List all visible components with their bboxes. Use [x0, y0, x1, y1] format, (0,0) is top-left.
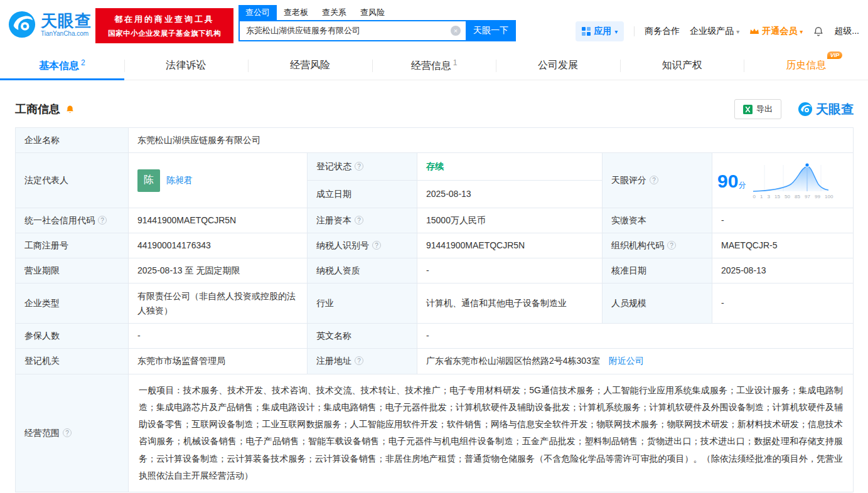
tab-legal-proceedings-label: 法律诉讼 [166, 60, 206, 70]
apps-menu[interactable]: 应用 ▾ [576, 21, 624, 41]
help-icon[interactable]: ? [372, 241, 381, 250]
business-cooperation-link[interactable]: 商务合作 [645, 26, 680, 37]
reg-capital-label: 注册资本? [308, 208, 417, 233]
org-code-label: 组织机构代码? [603, 233, 712, 258]
notification-bell-icon[interactable] [813, 26, 824, 37]
help-icon[interactable]: ? [355, 216, 363, 225]
tab-history-info[interactable]: 历史信息 VIP [744, 51, 868, 80]
watermark-logo-text: 天眼查 [816, 101, 854, 118]
search-button[interactable]: 天眼一下 [466, 20, 516, 41]
search-tab-risk[interactable]: 查风险 [353, 5, 392, 20]
legal-rep-avatar[interactable]: 陈 [137, 169, 160, 192]
tianyancha-logo-icon [8, 10, 36, 39]
english-name-value: - [417, 324, 854, 349]
super-vip-link[interactable]: 超级... [834, 26, 859, 37]
table-row: 企业类型 有限责任公司（非自然人投资或控股的法人独资） 行业 计算机、通信和其他… [16, 284, 854, 324]
score-number: 90 [717, 171, 738, 191]
help-icon[interactable]: ? [650, 176, 658, 184]
business-scope-label: 经营范围? [16, 374, 129, 492]
reg-status-value: 存续 [417, 153, 603, 181]
enterprise-product-label: 企业级产品 [690, 26, 734, 37]
score-cell: 90分 [712, 153, 854, 208]
tab-operation-risk-label: 经营风险 [290, 60, 330, 70]
score-unit: 分 [738, 181, 746, 189]
industry-label: 行业 [308, 284, 417, 324]
tab-operation-risk[interactable]: 经营风险 [248, 51, 372, 80]
export-button[interactable]: 导出 [734, 99, 781, 119]
tab-history-info-label: 历史信息 [786, 60, 826, 70]
reg-capital-label-text: 注册资本 [316, 215, 351, 225]
section-head: 工商信息 导出 天眼查 [15, 99, 854, 119]
staff-size-value: - [712, 284, 854, 324]
business-registration-table: 企业名称 东莞松山湖供应链服务有限公司 法定代表人 陈 陈昶君 登记状态? 存续… [15, 127, 854, 492]
tab-intellectual-property-label: 知识产权 [662, 60, 702, 70]
logo-title: 天眼查 [41, 12, 92, 30]
tab-operation-info[interactable]: 经营信息1 [372, 51, 496, 80]
slogan-line1: 都在用的商业查询工具 [95, 14, 233, 25]
approval-date-value: 2025-08-13 [712, 258, 854, 284]
business-scope-text: 一般项目：技术服务、技术开发、技术咨询、技术交流、技术转让、技术推广；电子专用材… [139, 382, 843, 485]
table-row: 统一社会信用代码? 91441900MAETQCJR5N 注册资本? 15000… [16, 208, 854, 233]
help-icon[interactable]: ? [355, 356, 363, 365]
company-type-value: 有限责任公司（非自然人投资或控股的法人独资） [129, 284, 308, 324]
notice-bell-icon[interactable] [65, 105, 75, 114]
divider [634, 26, 635, 36]
open-vip-label: 开通会员 [762, 26, 797, 37]
nearby-companies-link[interactable]: 附近公司 [609, 356, 644, 366]
enterprise-product-menu[interactable]: 企业级产品 ▾ [690, 26, 739, 37]
tab-company-development-label: 公司发展 [538, 60, 578, 70]
reg-capital-value: 15000万人民币 [417, 208, 603, 233]
credit-code-label-text: 统一社会信用代码 [24, 215, 95, 225]
table-row: 工商注册号 441900014176343 纳税人识别号? 91441900MA… [16, 233, 854, 258]
open-vip-menu[interactable]: 开通会员 ▾ [749, 26, 803, 37]
org-code-value: MAETQCJR-5 [712, 233, 854, 258]
logo-domain: TianYanCha.com [41, 30, 92, 37]
address-text: 广东省东莞市松山湖园区怡然路2号4栋303室 [426, 356, 600, 366]
tab-intellectual-property[interactable]: 知识产权 [620, 51, 744, 80]
taxpayer-quality-value: - [417, 258, 603, 284]
taxpayer-quality-label: 纳税人资质 [308, 258, 417, 284]
chevron-down-icon: ▾ [800, 28, 803, 35]
reg-status-text: 存续 [426, 161, 444, 171]
tianyancha-watermark-icon [798, 102, 813, 117]
search-input[interactable] [238, 20, 466, 41]
super-vip-label: 超级... [834, 26, 859, 37]
tab-legal-proceedings[interactable]: 法律诉讼 [124, 51, 249, 80]
clear-icon[interactable]: × [451, 26, 461, 36]
table-row: 登记机关 东莞市市场监督管理局 注册地址? 广东省东莞市松山湖园区怡然路2号4栋… [16, 349, 854, 374]
slogan-line2: 国家中小企业发展子基金旗下机构 [95, 29, 233, 38]
table-row: 参保人数 - 英文名称 - [16, 324, 854, 349]
insured-label: 参保人数 [16, 324, 129, 349]
score-curve-chart [752, 160, 833, 193]
table-row: 企业名称 东莞松山湖供应链服务有限公司 [16, 128, 854, 153]
taxpayer-id-label: 纳税人识别号? [308, 233, 417, 258]
tab-basic-info[interactable]: 基本信息2 [0, 51, 124, 80]
crown-icon [749, 28, 759, 35]
tianyancha-logo[interactable]: 天眼查 TianYanCha.com [8, 10, 92, 39]
business-cooperation-label: 商务合作 [645, 26, 680, 37]
tab-company-development[interactable]: 公司发展 [496, 51, 620, 80]
legal-rep-cell: 陈 陈昶君 [129, 153, 308, 208]
business-term-label: 营业期限 [16, 258, 129, 284]
excel-icon [743, 105, 753, 114]
legal-rep-name-link[interactable]: 陈昶君 [166, 173, 193, 188]
score-value: 90分 [717, 172, 746, 201]
address-label-text: 注册地址 [316, 356, 351, 366]
company-type-label: 企业类型 [16, 284, 129, 324]
search-tab-relation[interactable]: 查关系 [315, 5, 353, 20]
search-tab-company[interactable]: 查公司 [238, 5, 277, 20]
score-chart-ticks: 0131550859799100 [752, 193, 833, 201]
help-icon[interactable]: ? [98, 216, 107, 225]
business-scope-cell: 一般项目：技术服务、技术开发、技术咨询、技术交流、技术转让、技术推广；电子专用材… [129, 374, 854, 492]
paid-capital-label: 实缴资本 [603, 208, 712, 233]
table-row: 法定代表人 陈 陈昶君 登记状态? 存续 天眼评分? 90分 [16, 153, 854, 181]
tab-basic-info-badge: 2 [81, 58, 85, 67]
establish-date-label: 成立日期 [308, 181, 417, 208]
company-detail-tabs: 基本信息2 法律诉讼 经营风险 经营信息1 公司发展 知识产权 历史信息 VIP [0, 51, 868, 80]
help-icon[interactable]: ? [667, 241, 676, 250]
header-right: 应用 ▾ 商务合作 企业级产品 ▾ 开通会员 ▾ 超级... [576, 21, 859, 41]
paid-capital-value: - [712, 208, 854, 233]
help-icon[interactable]: ? [355, 162, 363, 171]
search-tab-boss[interactable]: 查老板 [277, 5, 315, 20]
help-icon[interactable]: ? [63, 428, 72, 437]
